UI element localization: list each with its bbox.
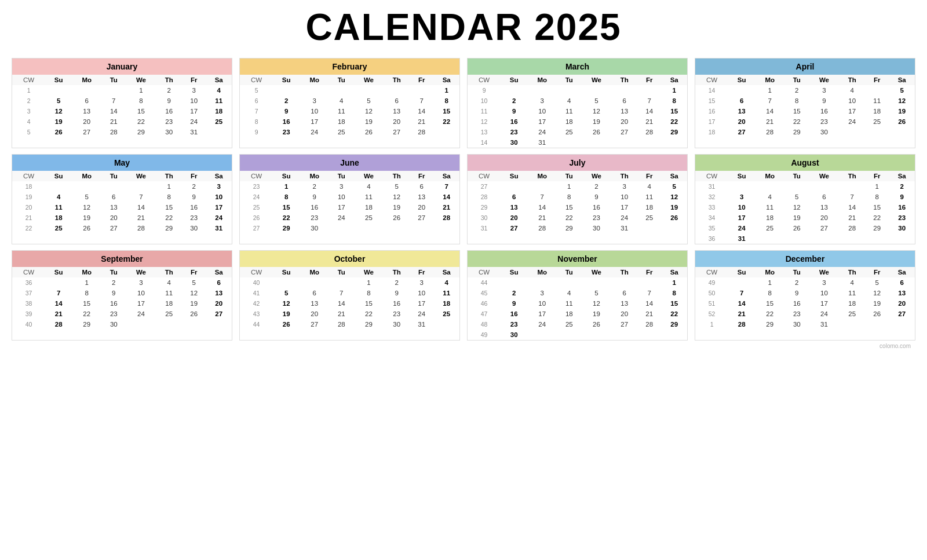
table-cell: 16 xyxy=(809,106,840,116)
col-header-cw: CW xyxy=(12,171,45,181)
table-cell: 24 xyxy=(206,213,232,223)
table-cell: 6 xyxy=(206,277,232,288)
table-cell: 46 xyxy=(468,298,501,309)
table-cell xyxy=(329,277,353,288)
table-cell: 30 xyxy=(156,127,182,137)
table-row: 3631 xyxy=(695,233,915,244)
table-cell: 23 xyxy=(784,309,809,319)
table-cell: 19 xyxy=(273,309,300,319)
table-cell: 18 xyxy=(637,202,661,213)
table-cell: 11 xyxy=(206,96,232,106)
table-cell: 10 xyxy=(182,96,206,106)
table-cell: 18 xyxy=(12,181,45,192)
col-header-mo: Mo xyxy=(72,267,101,277)
col-header-sa: Sa xyxy=(661,171,687,181)
table-cell: 3 xyxy=(611,181,637,192)
table-cell: 16 xyxy=(889,202,915,213)
table-cell: 31 xyxy=(695,181,728,192)
table-cell xyxy=(728,277,755,288)
table-cell: 14 xyxy=(101,106,126,116)
month-table-november: CWSuMoTuWeThFrSa441452345678469101112131… xyxy=(468,267,687,340)
table-cell xyxy=(273,85,300,96)
table-cell: 17 xyxy=(527,116,557,127)
table-row: 4716171819202122 xyxy=(468,309,687,319)
table-cell: 5 xyxy=(582,288,612,298)
table-cell: 23 xyxy=(273,127,300,137)
table-cell: 12 xyxy=(865,288,889,298)
table-cell: 8 xyxy=(661,288,687,298)
table-cell: 22 xyxy=(784,116,809,127)
table-cell xyxy=(206,127,232,137)
table-cell: 20 xyxy=(101,213,126,223)
table-cell: 8 xyxy=(755,288,784,298)
table-cell: 22 xyxy=(12,223,45,233)
table-cell: 4 xyxy=(755,192,784,202)
table-cell: 3 xyxy=(12,106,45,116)
table-cell xyxy=(809,233,840,244)
table-cell: 38 xyxy=(12,298,45,309)
table-cell: 3 xyxy=(527,288,557,298)
col-header-cw: CW xyxy=(695,171,728,181)
col-header-fr: Fr xyxy=(637,267,661,277)
table-cell: 20 xyxy=(12,202,45,213)
table-cell: 22 xyxy=(865,213,889,223)
col-header-th: Th xyxy=(839,171,865,181)
table-cell: 16 xyxy=(300,202,329,213)
table-cell: 27 xyxy=(240,223,273,233)
table-cell: 41 xyxy=(240,288,273,298)
table-cell: 27 xyxy=(410,213,433,223)
col-header-mo: Mo xyxy=(755,75,784,85)
table-cell: 12 xyxy=(468,116,501,127)
table-cell: 28 xyxy=(433,213,459,223)
table-cell: 26 xyxy=(661,213,687,223)
table-cell: 12 xyxy=(582,106,612,116)
table-cell: 16 xyxy=(384,298,410,309)
table-cell: 29 xyxy=(865,223,889,233)
table-cell: 33 xyxy=(695,202,728,213)
col-header-mo: Mo xyxy=(72,75,101,85)
table-cell: 15 xyxy=(661,106,687,116)
table-row: 3778910111213 xyxy=(12,288,232,298)
month-block-february: FebruaryCWSuMoTuWeThFrSa5162345678791011… xyxy=(239,58,460,148)
col-header-su: Su xyxy=(273,75,300,85)
table-row: 24891011121314 xyxy=(240,192,459,202)
table-cell: 18 xyxy=(557,116,581,127)
table-cell: 13 xyxy=(384,106,410,116)
table-cell xyxy=(354,85,384,96)
table-cell xyxy=(126,319,156,330)
table-cell xyxy=(637,277,661,288)
table-cell: 17 xyxy=(300,116,329,127)
table-cell xyxy=(45,85,72,96)
col-header-tu: Tu xyxy=(101,171,126,181)
col-header-su: Su xyxy=(728,171,755,181)
col-header-cw: CW xyxy=(695,267,728,277)
table-cell: 7 xyxy=(45,288,72,298)
table-cell: 8 xyxy=(354,288,384,298)
table-cell: 16 xyxy=(501,309,527,319)
table-cell xyxy=(273,277,300,288)
table-cell: 20 xyxy=(300,309,329,319)
table-cell: 27 xyxy=(384,127,410,137)
table-row: 79101112131415 xyxy=(240,106,459,116)
table-cell: 51 xyxy=(695,298,728,309)
table-cell: 25 xyxy=(433,309,459,319)
table-cell: 19 xyxy=(582,309,612,319)
table-cell xyxy=(661,223,687,233)
table-cell: 13 xyxy=(728,106,755,116)
table-cell: 29 xyxy=(661,127,687,137)
table-row: 3020212223242526 xyxy=(468,213,687,223)
table-cell: 6 xyxy=(410,181,433,192)
table-cell: 19 xyxy=(182,298,206,309)
table-cell: 9 xyxy=(300,192,329,202)
table-cell: 24 xyxy=(527,127,557,137)
table-cell: 17 xyxy=(126,298,156,309)
table-row: 1827282930 xyxy=(695,127,915,137)
table-cell: 11 xyxy=(637,192,661,202)
table-cell: 27 xyxy=(300,319,329,330)
month-header-december: December xyxy=(695,251,915,267)
table-cell: 26 xyxy=(45,127,72,137)
table-cell: 34 xyxy=(695,213,728,223)
table-cell: 14 xyxy=(755,106,784,116)
table-cell: 4 xyxy=(354,181,384,192)
table-cell: 22 xyxy=(755,309,784,319)
